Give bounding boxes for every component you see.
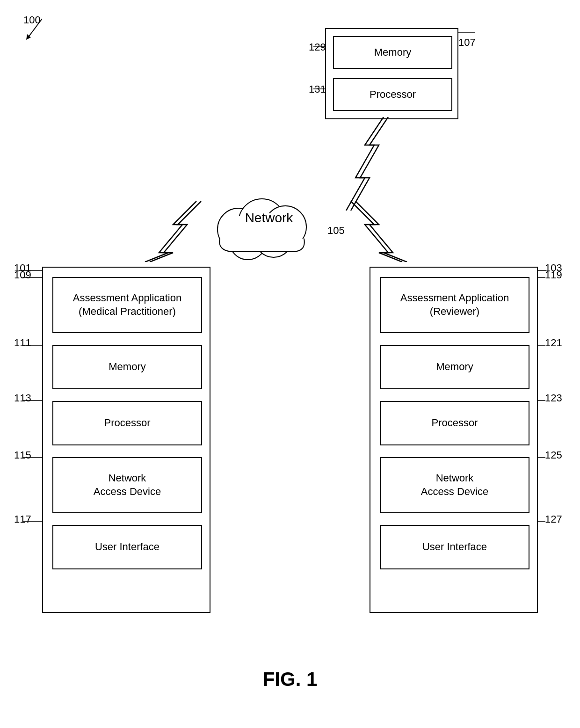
- right-item-3-label: NetworkAccess Device: [421, 472, 488, 498]
- right-item-3: NetworkAccess Device: [380, 457, 529, 513]
- right-item-4: User Interface: [380, 525, 529, 569]
- server-box: Memory Processor: [325, 28, 458, 119]
- right-item-1-label: Memory: [436, 360, 473, 374]
- network-label: Network: [215, 211, 323, 226]
- left-item-2-label: Processor: [104, 416, 150, 430]
- ref-127-line: [538, 519, 546, 524]
- arrow-100: [23, 14, 61, 42]
- ref-123: 123: [545, 392, 562, 404]
- right-item-4-label: User Interface: [422, 540, 487, 554]
- right-item-0-label: Assessment Application(Reviewer): [400, 291, 509, 318]
- svg-line-0: [28, 19, 42, 37]
- lightning-network-right: [346, 192, 444, 262]
- left-device-outer: Assessment Application(Medical Practitio…: [42, 267, 210, 613]
- left-item-0: Assessment Application(Medical Practitio…: [52, 277, 202, 333]
- ref-107: 107: [458, 36, 476, 49]
- left-item-1-label: Memory: [109, 360, 145, 374]
- ref-121-line: [538, 343, 546, 348]
- right-device-outer: Assessment Application(Reviewer) Memory …: [370, 267, 538, 613]
- right-item-2: Processor: [380, 401, 529, 445]
- ref-125-line: [538, 455, 546, 460]
- left-item-4: User Interface: [52, 525, 202, 569]
- ref-127: 127: [545, 513, 562, 525]
- ref-123-line: [538, 398, 546, 403]
- ref-119-line: [538, 275, 546, 280]
- server-memory-label: Memory: [374, 46, 411, 59]
- left-item-2: Processor: [52, 401, 202, 445]
- ref-113-line: [22, 398, 44, 403]
- right-item-1: Memory: [380, 345, 529, 389]
- server-memory-box: Memory: [333, 36, 452, 69]
- lightning-network-left: [108, 192, 206, 262]
- figure-label: FIG. 1: [0, 668, 580, 691]
- left-item-3-label: NetworkAccess Device: [94, 472, 161, 498]
- ref-119: 119: [545, 269, 562, 281]
- left-item-1: Memory: [52, 345, 202, 389]
- ref-125: 125: [545, 449, 562, 461]
- ref-121: 121: [545, 337, 562, 349]
- right-item-0: Assessment Application(Reviewer): [380, 277, 529, 333]
- ref-105: 105: [327, 225, 345, 237]
- ref-117-line: [22, 519, 44, 524]
- right-item-2-label: Processor: [431, 416, 478, 430]
- server-processor-label: Processor: [370, 88, 416, 102]
- left-item-4-label: User Interface: [95, 540, 160, 554]
- server-processor-box: Processor: [333, 78, 452, 111]
- ref-131-line: [313, 87, 327, 91]
- diagram-container: 100 107 Memory Processor 129 131: [0, 0, 580, 728]
- left-item-3: NetworkAccess Device: [52, 457, 202, 513]
- ref-115-line: [22, 455, 44, 460]
- ref-111-line: [22, 343, 44, 348]
- left-item-0-label: Assessment Application(Medical Practitio…: [73, 291, 181, 318]
- ref-129-line: [313, 44, 327, 49]
- ref-109-line: [22, 275, 44, 280]
